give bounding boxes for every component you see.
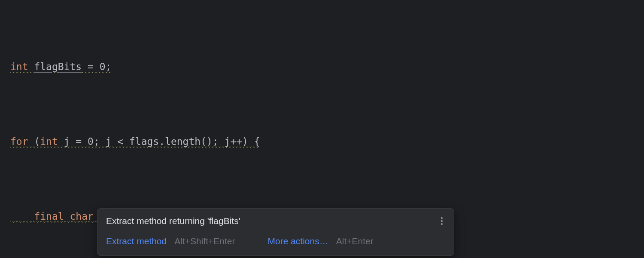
intention-popup: Extract method returning 'flagBits' Extr… — [97, 208, 454, 256]
code-line[interactable]: for (int j = 0; j < flags.length(); j++)… — [10, 132, 644, 151]
keyword: for — [10, 136, 28, 147]
shortcut-hint: Alt+Enter — [336, 235, 374, 247]
shortcut-hint: Alt+Shift+Enter — [174, 235, 235, 247]
code-line[interactable]: int flagBits = 0; — [10, 58, 644, 77]
popup-title: Extract method returning 'flagBits' — [106, 215, 240, 227]
more-actions-link[interactable]: More actions… — [267, 235, 328, 247]
identifier: flagBits — [34, 61, 82, 72]
number: 0 — [88, 136, 94, 147]
keyword: final char — [34, 211, 93, 222]
extract-method-action[interactable]: Extract method — [106, 235, 167, 247]
more-options-icon[interactable] — [441, 220, 443, 222]
keyword: int — [40, 136, 58, 147]
number: 0 — [100, 61, 106, 72]
keyword: int — [10, 61, 28, 72]
